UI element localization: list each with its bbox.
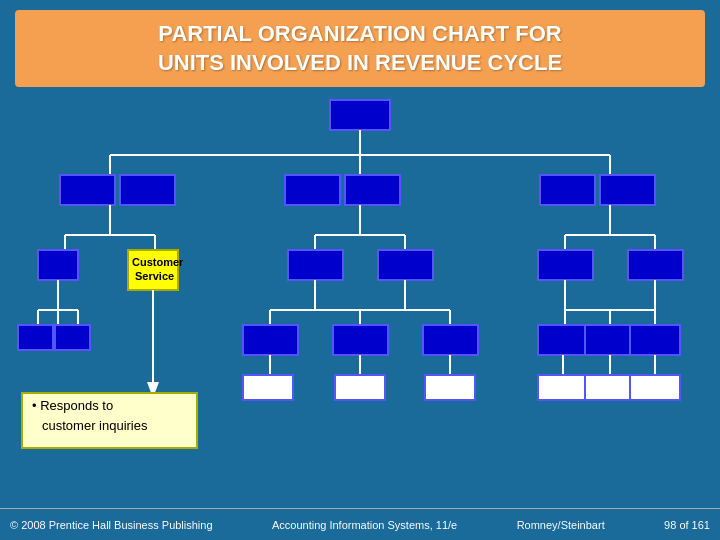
svg-rect-7 bbox=[120, 175, 175, 205]
svg-rect-38 bbox=[333, 325, 388, 355]
svg-text:customer inquiries: customer inquiries bbox=[42, 418, 148, 433]
footer-page: 98 of 161 bbox=[664, 519, 710, 531]
svg-rect-39 bbox=[423, 325, 478, 355]
svg-rect-47 bbox=[585, 325, 635, 355]
svg-rect-29 bbox=[628, 250, 683, 280]
svg-rect-53 bbox=[335, 375, 385, 400]
svg-rect-6 bbox=[60, 175, 115, 205]
svg-rect-52 bbox=[243, 375, 293, 400]
svg-rect-9 bbox=[345, 175, 400, 205]
footer-left: © 2008 Prentice Hall Business Publishing bbox=[10, 519, 213, 531]
footer: © 2008 Prentice Hall Business Publishing… bbox=[0, 508, 720, 540]
title-box: PARTIAL ORGANIZATION CHART FOR UNITS INV… bbox=[15, 10, 705, 87]
svg-text:•  Responds to: • Responds to bbox=[32, 398, 113, 413]
svg-rect-11 bbox=[600, 175, 655, 205]
svg-rect-60 bbox=[630, 375, 680, 400]
org-chart-svg: .blue-box { fill: #0000cc; stroke: #5555… bbox=[0, 95, 720, 485]
svg-rect-48 bbox=[630, 325, 680, 355]
svg-rect-46 bbox=[538, 325, 588, 355]
svg-text:Service: Service bbox=[135, 270, 174, 282]
svg-rect-59 bbox=[585, 375, 635, 400]
svg-rect-37 bbox=[243, 325, 298, 355]
chart-area: .blue-box { fill: #0000cc; stroke: #5555… bbox=[0, 95, 720, 485]
svg-rect-68 bbox=[55, 325, 90, 350]
svg-rect-25 bbox=[378, 250, 433, 280]
svg-rect-27 bbox=[538, 250, 593, 280]
svg-rect-0 bbox=[330, 100, 390, 130]
footer-right: Romney/Steinbart bbox=[517, 519, 605, 531]
svg-rect-8 bbox=[285, 175, 340, 205]
svg-rect-19 bbox=[38, 250, 78, 280]
title-text: PARTIAL ORGANIZATION CHART FOR UNITS INV… bbox=[30, 20, 690, 77]
svg-rect-23 bbox=[288, 250, 343, 280]
svg-rect-10 bbox=[540, 175, 595, 205]
svg-rect-58 bbox=[538, 375, 588, 400]
svg-text:Customer: Customer bbox=[132, 256, 184, 268]
footer-center: Accounting Information Systems, 11/e bbox=[272, 519, 457, 531]
svg-rect-67 bbox=[18, 325, 53, 350]
svg-rect-54 bbox=[425, 375, 475, 400]
